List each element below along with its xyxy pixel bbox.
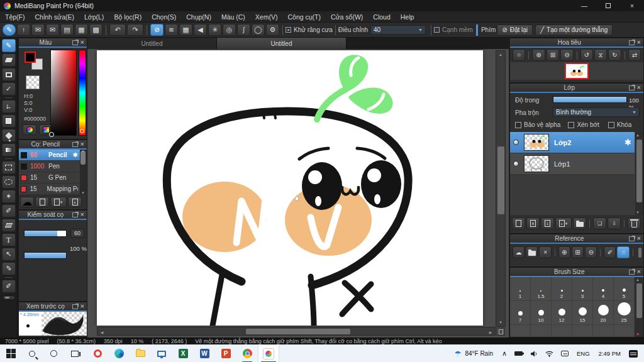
taskbar-app-excel[interactable]: X bbox=[172, 345, 194, 362]
vscroll-thumb[interactable] bbox=[497, 146, 504, 214]
taskbar-app-powerpoint[interactable]: P bbox=[215, 345, 236, 362]
checklist-panel-icon[interactable]: ▦ bbox=[75, 24, 88, 36]
brush-size-cell[interactable] bbox=[572, 325, 593, 337]
add-brush-menu-button[interactable]: ▼ bbox=[50, 197, 67, 207]
popout-icon[interactable] bbox=[72, 40, 78, 45]
drawing-canvas[interactable] bbox=[97, 50, 483, 326]
brush-size-cell[interactable] bbox=[531, 325, 552, 337]
ellipse-snap-icon[interactable]: ◯ bbox=[252, 24, 265, 36]
brush-size-cell[interactable] bbox=[593, 325, 614, 337]
popout-icon[interactable] bbox=[72, 142, 78, 147]
brush-size-cell[interactable]: 20 bbox=[593, 301, 614, 325]
close-button[interactable]: × bbox=[620, 0, 644, 11]
curve-snap-icon[interactable]: ∫ bbox=[237, 24, 250, 36]
document-tab-1[interactable]: Untitled bbox=[87, 38, 217, 49]
move-tool[interactable]: ↔↔ bbox=[2, 100, 16, 113]
close-icon[interactable]: × bbox=[80, 39, 84, 46]
add-layer-menu-button[interactable]: +▼ bbox=[555, 217, 572, 229]
minimize-button[interactable]: — bbox=[572, 0, 596, 11]
layer-row-lop1[interactable]: Lớp1 bbox=[510, 153, 635, 175]
cloud-brush-button[interactable]: ☁ bbox=[20, 197, 34, 207]
reference-fit-button[interactable]: ⊞ bbox=[572, 246, 584, 258]
magic-wand-tool[interactable]: ✶ bbox=[2, 190, 16, 203]
menu-cloud[interactable]: Cloud bbox=[368, 11, 395, 23]
navigator-thumbnail[interactable] bbox=[565, 63, 589, 79]
menu-filter[interactable]: Bộ lọc(R) bbox=[109, 11, 147, 23]
zoom-in-button[interactable]: ⊕ bbox=[532, 49, 545, 61]
close-icon[interactable]: × bbox=[80, 211, 84, 218]
text-tool[interactable]: T bbox=[2, 233, 16, 246]
maximize-button[interactable] bbox=[596, 0, 620, 11]
cloud-save-icon[interactable]: ✎ bbox=[3, 24, 16, 36]
zoom-out-button[interactable]: ⊖ bbox=[560, 49, 573, 61]
fill-rect-tool[interactable] bbox=[2, 114, 16, 128]
eyedropper-tool[interactable]: ✐ bbox=[2, 262, 16, 275]
brush-size-cell[interactable]: 12 bbox=[552, 301, 572, 325]
brush-size-cell[interactable]: 10 bbox=[531, 301, 552, 325]
taskbar-search-button[interactable] bbox=[21, 345, 43, 362]
brush-size-cell[interactable]: 4 bbox=[593, 277, 614, 301]
start-button[interactable] bbox=[0, 345, 21, 362]
gradient-tool[interactable] bbox=[2, 143, 16, 156]
close-icon[interactable]: × bbox=[637, 39, 641, 46]
brush-size-cell[interactable]: 2 bbox=[552, 277, 572, 301]
action-center-icon[interactable] bbox=[629, 350, 638, 358]
menu-layer[interactable]: Lớp(L) bbox=[79, 11, 109, 23]
lasso-tool[interactable] bbox=[2, 175, 16, 189]
soft-edge-checkbox[interactable] bbox=[434, 27, 440, 33]
brush-size-cell[interactable]: 1.5 bbox=[531, 277, 552, 301]
menu-window[interactable]: Cửa sổ(W) bbox=[326, 11, 368, 23]
scrollbar-thumb[interactable] bbox=[80, 151, 86, 165]
eraser-tool[interactable] bbox=[2, 53, 16, 67]
make-line-button[interactable]: ╱ Tạo một đường thẳng bbox=[535, 25, 613, 36]
canvas-hscrollbar[interactable]: ◀ ▶ bbox=[97, 327, 496, 336]
gear-icon[interactable]: ✱ bbox=[625, 138, 631, 147]
scroll-up-icon[interactable]: ▲ bbox=[636, 133, 640, 137]
grid-snap-icon[interactable]: ▦ bbox=[179, 24, 192, 36]
brush-list-scrollbar[interactable]: ▲ ▼ bbox=[80, 150, 86, 195]
snap-off-icon[interactable]: ⊘ bbox=[150, 24, 164, 36]
clipping-checkbox[interactable] bbox=[568, 122, 574, 128]
add-brush-button[interactable] bbox=[35, 197, 49, 207]
toolstrip-slider[interactable] bbox=[3, 295, 15, 300]
transparent-color-swatch[interactable] bbox=[26, 75, 40, 89]
scrollbar-thumb[interactable] bbox=[636, 283, 642, 318]
brush-row-pencil[interactable]: 60 Pencil ✱ bbox=[19, 150, 80, 161]
canvas-vscrollbar[interactable]: ▲ ▼ bbox=[496, 50, 506, 327]
brush-size-cell[interactable]: 25 bbox=[614, 301, 635, 325]
flip-view-button[interactable]: ⇄ bbox=[628, 49, 641, 61]
menu-tools[interactable]: Công cụ(T) bbox=[282, 11, 326, 23]
delete-layer-button[interactable] bbox=[628, 217, 641, 229]
document-icon[interactable]: ▤ bbox=[60, 24, 74, 36]
brush-row-mapping-pen[interactable]: 15 Mapping Pe bbox=[19, 184, 80, 195]
layer-row-lop2[interactable]: Lớp2 ✱ bbox=[510, 132, 635, 153]
vanishing-point-snap-icon[interactable]: ◀ bbox=[194, 24, 207, 36]
duplicate-layer-button[interactable]: ❏ bbox=[593, 217, 606, 229]
foreground-color-swatch[interactable] bbox=[25, 52, 36, 63]
layer-opacity-slider[interactable] bbox=[553, 96, 627, 103]
menu-view[interactable]: Xem(V) bbox=[250, 11, 283, 23]
menu-snap[interactable]: Chụp(N) bbox=[181, 11, 216, 23]
radial-snap-icon[interactable]: ✳ bbox=[208, 24, 221, 36]
popout-icon[interactable] bbox=[629, 85, 635, 90]
merge-layer-button[interactable]: ⇩ bbox=[608, 217, 621, 229]
reference-zoom-out-button[interactable]: ⊖ bbox=[585, 246, 597, 258]
menu-select[interactable]: Chọn(S) bbox=[147, 11, 181, 23]
canvas-corner-grip[interactable] bbox=[496, 327, 505, 336]
brush-opacity-slider[interactable] bbox=[24, 252, 67, 259]
weather-text[interactable]: 84°F Rain bbox=[465, 350, 493, 357]
menu-color[interactable]: Màu (C) bbox=[216, 11, 250, 23]
close-icon[interactable]: × bbox=[637, 84, 641, 91]
polyline-tool[interactable]: ✓ bbox=[2, 82, 16, 96]
scrollbar-thumb[interactable] bbox=[636, 140, 642, 202]
add-halftone-layer-button[interactable]: 8 bbox=[526, 217, 540, 229]
close-icon[interactable]: × bbox=[637, 268, 641, 275]
scroll-down-icon[interactable]: ▼ bbox=[636, 211, 640, 214]
brush-size-cell[interactable] bbox=[614, 325, 635, 337]
gear-icon[interactable]: ✱ bbox=[73, 151, 78, 158]
close-icon[interactable]: × bbox=[637, 235, 641, 242]
scroll-down-icon[interactable]: ▼ bbox=[636, 332, 640, 336]
taskbar-app-word[interactable]: W bbox=[194, 345, 215, 362]
tablet-icon[interactable] bbox=[561, 351, 569, 356]
reference-scroll-nub[interactable] bbox=[638, 248, 641, 258]
